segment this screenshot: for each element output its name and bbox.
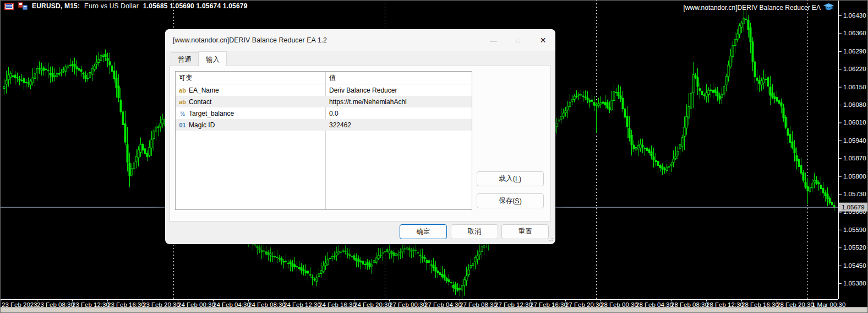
maximize-button: □ — [506, 29, 531, 51]
param-value[interactable]: 0.0 — [326, 110, 472, 117]
ea-properties-dialog: [www.notandor.cn]DERIV Balance Reducer E… — [165, 29, 555, 244]
cancel-button[interactable]: 取消 — [451, 224, 498, 239]
bid-price-badge: 1.05679 — [839, 203, 868, 212]
svg-text:1.05870: 1.05870 — [843, 155, 866, 161]
tab-common[interactable]: 普通 — [171, 52, 199, 66]
table-row-magic-id[interactable]: 01Magic ID 322462 — [176, 119, 472, 131]
load-button[interactable]: 载入(L) — [477, 171, 544, 186]
ohlc-quotes: 1.05685 1.05690 1.05674 1.05679 — [143, 2, 248, 10]
ea-status-label: [www.notandor.cn]DERIV Balance Reducer E… — [684, 3, 834, 12]
minimize-button[interactable]: — — [481, 29, 506, 51]
table-row-ea-name[interactable]: abEA_Name Deriv Balance Reducer — [176, 84, 472, 96]
ea-name-text: [www.notandor.cn]DERIV Balance Reducer E… — [684, 4, 821, 12]
svg-text:1.06220: 1.06220 — [843, 66, 866, 72]
table-row-contact[interactable]: abContact https://t.me/NehemiahAchi — [176, 96, 472, 107]
svg-text:1.06290: 1.06290 — [843, 48, 866, 55]
chart-info-bar: EURUSD, M15: Euro vs US Dollar 1.05685 1… — [4, 2, 248, 10]
svg-text:1.05679: 1.05679 — [842, 204, 865, 211]
svg-text:1.05380: 1.05380 — [843, 280, 866, 287]
svg-text:1.06010: 1.06010 — [843, 119, 866, 126]
save-button[interactable]: 保存(S) — [477, 193, 544, 208]
dialog-title: [www.notandor.cn]DERIV Balance Reducer E… — [173, 29, 327, 51]
column-header-value: 值 — [326, 73, 472, 83]
symbol-description: Euro vs US Dollar — [84, 2, 139, 10]
param-name: Magic ID — [189, 121, 215, 129]
svg-text:1.05520: 1.05520 — [843, 244, 866, 251]
parameters-table: 可变 值 abEA_Name Deriv Balance Reducer abC… — [175, 71, 472, 210]
expert-advisor-icon[interactable] — [823, 3, 834, 12]
dialog-tabs: 普通 输入 — [171, 52, 227, 66]
tick-chart-icon[interactable] — [4, 3, 14, 10]
reset-button[interactable]: 重置 — [501, 224, 549, 239]
string-type-icon: ab — [178, 87, 187, 94]
symbol-label: EURUSD, M15: — [32, 2, 80, 10]
param-value[interactable]: 322462 — [326, 121, 472, 129]
svg-text:1.05450: 1.05450 — [843, 262, 866, 269]
chart-windows-icon[interactable] — [18, 2, 28, 10]
param-name: EA_Name — [189, 87, 219, 94]
string-type-icon: ab — [178, 99, 187, 105]
param-value[interactable]: Deriv Balance Reducer — [326, 87, 472, 94]
tab-inputs[interactable]: 输入 — [199, 51, 227, 66]
close-button[interactable]: ✕ — [531, 29, 555, 51]
svg-text:1.06430: 1.06430 — [843, 12, 866, 19]
svg-text:1.05940: 1.05940 — [843, 137, 866, 144]
param-name: Target_balance — [189, 110, 234, 117]
table-header-row: 可变 值 — [176, 72, 472, 84]
integer-type-icon: 01 — [178, 122, 187, 128]
svg-text:1.06150: 1.06150 — [843, 84, 866, 90]
param-value[interactable]: https://t.me/NehemiahAchi — [326, 98, 472, 106]
svg-text:1.05590: 1.05590 — [843, 226, 866, 233]
table-row-target-balance[interactable]: ½Target_balance 0.0 — [176, 107, 472, 119]
svg-text:1.06360: 1.06360 — [843, 30, 866, 36]
resize-grip[interactable] — [549, 238, 553, 242]
svg-text:1.05800: 1.05800 — [843, 173, 866, 180]
window-bottom-strip — [0, 307, 868, 313]
param-name: Contact — [189, 98, 211, 106]
double-type-icon: ½ — [178, 110, 187, 117]
dialog-titlebar[interactable]: [www.notandor.cn]DERIV Balance Reducer E… — [165, 29, 555, 51]
ok-button[interactable]: 确定 — [400, 224, 447, 239]
svg-text:1.05730: 1.05730 — [843, 191, 866, 197]
svg-text:1.06080: 1.06080 — [843, 101, 866, 108]
column-header-variable: 可变 — [176, 73, 192, 83]
